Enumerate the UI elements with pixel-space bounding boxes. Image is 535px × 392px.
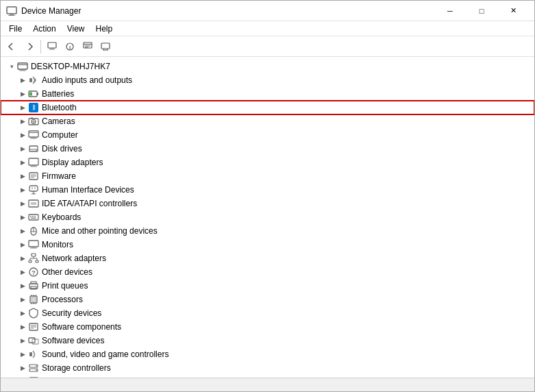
keyboards-expand[interactable]: ▶	[17, 212, 28, 223]
display-expand[interactable]: ▶	[17, 157, 28, 168]
softwarecomp-label: Software components	[42, 322, 121, 332]
window-controls: ─ □ ✕	[434, 3, 529, 19]
svg-rect-54	[31, 218, 36, 219]
tree-item-bluetooth[interactable]: ▶ ᛒ Bluetooth	[1, 101, 534, 114]
firmware-icon	[28, 171, 39, 182]
ide-expand[interactable]: ▶	[17, 198, 28, 209]
print-expand[interactable]: ▶	[17, 280, 28, 291]
softwaredev-label: Software devices	[42, 336, 104, 345]
tree-item-softwaredev[interactable]: ▶ Software devices	[1, 334, 534, 347]
monitor-button[interactable]	[97, 39, 114, 54]
tree-root[interactable]: ▾ DESKTOP-MHJ7HK7	[1, 60, 534, 73]
svg-rect-53	[34, 216, 36, 217]
root-expand[interactable]: ▾	[6, 61, 17, 72]
tree-item-audio[interactable]: ▶ Audio inputs and outputs	[1, 73, 534, 87]
tree-item-ide[interactable]: ▶ IDE ATA/ATAPI controllers	[1, 197, 534, 210]
properties-button[interactable]: i	[62, 39, 78, 54]
network-expand[interactable]: ▶	[17, 253, 28, 264]
sound-expand[interactable]: ▶	[17, 349, 28, 360]
keyboards-icon	[28, 212, 39, 223]
menu-help[interactable]: Help	[90, 23, 119, 35]
svg-rect-44	[32, 193, 36, 195]
svg-point-46	[34, 188, 36, 189]
tree-item-firmware[interactable]: ▶ Firmware	[1, 169, 534, 183]
display-label: Display adapters	[42, 158, 103, 167]
tree-item-cameras[interactable]: ▶ Cameras	[1, 114, 534, 128]
close-button[interactable]: ✕	[497, 3, 529, 19]
status-bar	[1, 378, 534, 391]
other-icon: ?	[28, 267, 39, 278]
menu-action[interactable]: Action	[27, 23, 61, 35]
storage-icon	[28, 363, 39, 373]
tree-item-sound[interactable]: ▶ Sound, video and game controllers	[1, 347, 534, 361]
tree-item-network[interactable]: ▶ Network adapters	[1, 252, 534, 265]
tree-item-mice[interactable]: ▶ Mice and other pointing devices	[1, 224, 534, 238]
security-expand[interactable]: ▶	[17, 308, 28, 319]
tree-item-softwarecomp[interactable]: ▶ Software components	[1, 320, 534, 334]
back-button[interactable]	[3, 39, 20, 54]
tree-item-monitors[interactable]: ▶ Monitors	[1, 238, 534, 252]
other-expand[interactable]: ▶	[17, 267, 28, 278]
svg-rect-5	[49, 49, 55, 49]
svg-rect-62	[29, 260, 32, 262]
monitors-expand[interactable]: ▶	[17, 239, 28, 250]
tree-item-storage[interactable]: ▶ Storage controllers	[1, 361, 534, 375]
svg-text:?: ?	[32, 269, 36, 276]
svg-rect-28	[29, 131, 38, 137]
batteries-expand[interactable]: ▶	[17, 88, 28, 99]
window-title: Device Manager	[21, 6, 434, 16]
mice-expand[interactable]: ▶	[17, 225, 28, 236]
tree-item-display[interactable]: ▶ Display adapters	[1, 156, 534, 169]
tree-item-keyboards[interactable]: ▶ Keyboards	[1, 210, 534, 224]
tree-item-other[interactable]: ▶ ? Other devices	[1, 265, 534, 279]
tree-item-processors[interactable]: ▶ Processors	[1, 293, 534, 306]
svg-rect-20	[29, 78, 32, 82]
hid-expand[interactable]: ▶	[17, 184, 28, 195]
menu-bar: File Action View Help	[1, 21, 534, 36]
svg-rect-50	[29, 215, 38, 220]
menu-view[interactable]: View	[62, 23, 90, 35]
audio-expand[interactable]: ▶	[17, 75, 28, 86]
diskdrives-expand[interactable]: ▶	[17, 143, 28, 154]
svg-point-26	[33, 121, 35, 123]
svg-rect-1	[10, 14, 14, 15]
cameras-expand[interactable]: ▶	[17, 116, 28, 127]
print-icon	[28, 280, 39, 291]
network-label: Network adapters	[42, 254, 106, 263]
sound-label: Sound, video and game controllers	[42, 350, 169, 359]
tree-item-security[interactable]: ▶ Security devices	[1, 306, 534, 320]
tree-item-diskdrives[interactable]: ▶ Disk drives	[1, 142, 534, 156]
update-driver-button[interactable]	[79, 39, 96, 54]
diskdrives-label: Disk drives	[42, 144, 82, 154]
firmware-expand[interactable]: ▶	[17, 171, 28, 182]
minimize-button[interactable]: ─	[434, 3, 466, 19]
computer-expand[interactable]: ▶	[17, 130, 28, 140]
network-icon	[28, 253, 39, 264]
softwaredev-expand[interactable]: ▶	[17, 335, 28, 346]
tree-item-print[interactable]: ▶ Print queues	[1, 279, 534, 293]
svg-rect-4	[50, 48, 54, 49]
svg-rect-18	[21, 69, 25, 71]
svg-rect-71	[31, 282, 36, 284]
menu-file[interactable]: File	[3, 23, 27, 35]
storage-label: Storage controllers	[42, 363, 111, 373]
svg-rect-51	[30, 216, 32, 217]
svg-rect-3	[48, 42, 56, 48]
bluetooth-expand[interactable]: ▶	[17, 102, 28, 113]
batteries-label: Batteries	[42, 89, 74, 99]
cameras-label: Cameras	[42, 117, 75, 126]
tree-item-hid[interactable]: ▶ Human Interface Devices	[1, 183, 534, 197]
computer-icon	[28, 130, 39, 140]
processors-expand[interactable]: ▶	[17, 294, 28, 305]
root-label: DESKTOP-MHJ7HK7	[31, 62, 110, 71]
svg-point-45	[32, 188, 33, 189]
softwarecomp-expand[interactable]: ▶	[17, 321, 28, 332]
storage-expand[interactable]: ▶	[17, 363, 28, 373]
tree-view[interactable]: ▾ DESKTOP-MHJ7HK7 ▶	[1, 57, 534, 378]
svg-rect-37	[30, 167, 37, 167]
tree-item-batteries[interactable]: ▶ Batteries	[1, 87, 534, 101]
forward-button[interactable]	[21, 39, 38, 54]
computer-icon-btn[interactable]	[44, 39, 60, 54]
maximize-button[interactable]: □	[466, 3, 497, 19]
tree-item-computer[interactable]: ▶ Computer	[1, 128, 534, 142]
